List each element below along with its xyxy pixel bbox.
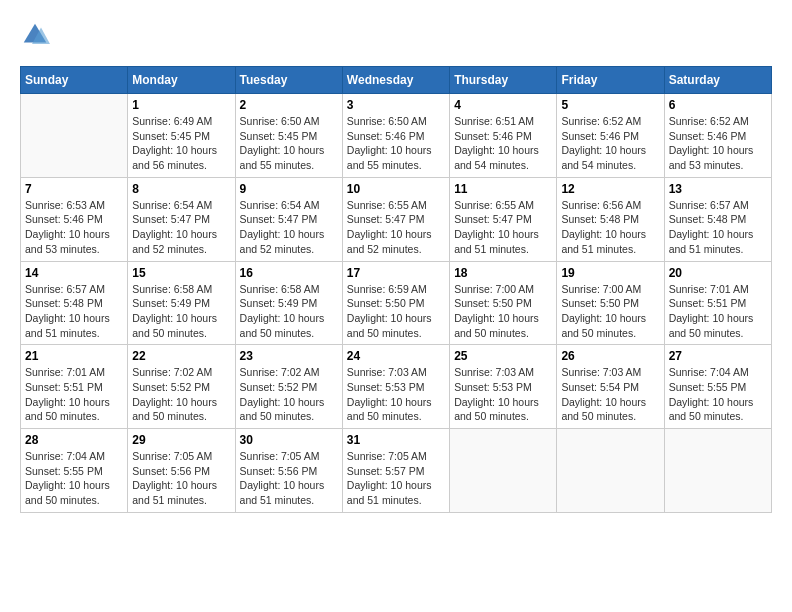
- day-number: 6: [669, 98, 767, 112]
- day-header-saturday: Saturday: [664, 67, 771, 94]
- day-number: 5: [561, 98, 659, 112]
- day-number: 23: [240, 349, 338, 363]
- calendar-cell: 15Sunrise: 6:58 AM Sunset: 5:49 PM Dayli…: [128, 261, 235, 345]
- day-number: 22: [132, 349, 230, 363]
- day-number: 1: [132, 98, 230, 112]
- day-number: 7: [25, 182, 123, 196]
- day-info: Sunrise: 7:03 AM Sunset: 5:53 PM Dayligh…: [454, 365, 552, 424]
- day-info: Sunrise: 6:55 AM Sunset: 5:47 PM Dayligh…: [347, 198, 445, 257]
- day-number: 20: [669, 266, 767, 280]
- day-number: 24: [347, 349, 445, 363]
- day-info: Sunrise: 7:00 AM Sunset: 5:50 PM Dayligh…: [454, 282, 552, 341]
- day-info: Sunrise: 7:05 AM Sunset: 5:57 PM Dayligh…: [347, 449, 445, 508]
- day-header-sunday: Sunday: [21, 67, 128, 94]
- day-info: Sunrise: 6:55 AM Sunset: 5:47 PM Dayligh…: [454, 198, 552, 257]
- day-info: Sunrise: 7:05 AM Sunset: 5:56 PM Dayligh…: [240, 449, 338, 508]
- day-info: Sunrise: 6:49 AM Sunset: 5:45 PM Dayligh…: [132, 114, 230, 173]
- day-info: Sunrise: 6:52 AM Sunset: 5:46 PM Dayligh…: [669, 114, 767, 173]
- calendar-cell: 14Sunrise: 6:57 AM Sunset: 5:48 PM Dayli…: [21, 261, 128, 345]
- day-info: Sunrise: 6:56 AM Sunset: 5:48 PM Dayligh…: [561, 198, 659, 257]
- day-number: 13: [669, 182, 767, 196]
- day-number: 26: [561, 349, 659, 363]
- day-info: Sunrise: 6:50 AM Sunset: 5:45 PM Dayligh…: [240, 114, 338, 173]
- day-number: 16: [240, 266, 338, 280]
- day-info: Sunrise: 6:58 AM Sunset: 5:49 PM Dayligh…: [132, 282, 230, 341]
- calendar-cell: 21Sunrise: 7:01 AM Sunset: 5:51 PM Dayli…: [21, 345, 128, 429]
- calendar-cell: 4Sunrise: 6:51 AM Sunset: 5:46 PM Daylig…: [450, 94, 557, 178]
- calendar-cell: 11Sunrise: 6:55 AM Sunset: 5:47 PM Dayli…: [450, 177, 557, 261]
- day-number: 10: [347, 182, 445, 196]
- day-header-friday: Friday: [557, 67, 664, 94]
- calendar-cell: 31Sunrise: 7:05 AM Sunset: 5:57 PM Dayli…: [342, 429, 449, 513]
- calendar-cell: 26Sunrise: 7:03 AM Sunset: 5:54 PM Dayli…: [557, 345, 664, 429]
- logo-icon: [20, 20, 50, 50]
- day-info: Sunrise: 7:01 AM Sunset: 5:51 PM Dayligh…: [25, 365, 123, 424]
- day-info: Sunrise: 6:57 AM Sunset: 5:48 PM Dayligh…: [25, 282, 123, 341]
- calendar-cell: 25Sunrise: 7:03 AM Sunset: 5:53 PM Dayli…: [450, 345, 557, 429]
- calendar-cell: 16Sunrise: 6:58 AM Sunset: 5:49 PM Dayli…: [235, 261, 342, 345]
- calendar-cell: 13Sunrise: 6:57 AM Sunset: 5:48 PM Dayli…: [664, 177, 771, 261]
- calendar-cell: 24Sunrise: 7:03 AM Sunset: 5:53 PM Dayli…: [342, 345, 449, 429]
- day-info: Sunrise: 7:04 AM Sunset: 5:55 PM Dayligh…: [669, 365, 767, 424]
- day-info: Sunrise: 6:57 AM Sunset: 5:48 PM Dayligh…: [669, 198, 767, 257]
- day-number: 21: [25, 349, 123, 363]
- day-info: Sunrise: 7:03 AM Sunset: 5:54 PM Dayligh…: [561, 365, 659, 424]
- day-number: 30: [240, 433, 338, 447]
- calendar-cell: 22Sunrise: 7:02 AM Sunset: 5:52 PM Dayli…: [128, 345, 235, 429]
- calendar-cell: [664, 429, 771, 513]
- day-info: Sunrise: 7:02 AM Sunset: 5:52 PM Dayligh…: [132, 365, 230, 424]
- day-number: 25: [454, 349, 552, 363]
- page-header: [20, 20, 772, 50]
- day-number: 29: [132, 433, 230, 447]
- day-info: Sunrise: 6:52 AM Sunset: 5:46 PM Dayligh…: [561, 114, 659, 173]
- day-number: 12: [561, 182, 659, 196]
- day-info: Sunrise: 6:50 AM Sunset: 5:46 PM Dayligh…: [347, 114, 445, 173]
- day-number: 14: [25, 266, 123, 280]
- day-number: 3: [347, 98, 445, 112]
- day-number: 18: [454, 266, 552, 280]
- day-info: Sunrise: 6:53 AM Sunset: 5:46 PM Dayligh…: [25, 198, 123, 257]
- day-number: 8: [132, 182, 230, 196]
- day-info: Sunrise: 6:51 AM Sunset: 5:46 PM Dayligh…: [454, 114, 552, 173]
- calendar-cell: 3Sunrise: 6:50 AM Sunset: 5:46 PM Daylig…: [342, 94, 449, 178]
- day-number: 17: [347, 266, 445, 280]
- day-header-thursday: Thursday: [450, 67, 557, 94]
- calendar-cell: 7Sunrise: 6:53 AM Sunset: 5:46 PM Daylig…: [21, 177, 128, 261]
- calendar-cell: 23Sunrise: 7:02 AM Sunset: 5:52 PM Dayli…: [235, 345, 342, 429]
- logo: [20, 20, 52, 50]
- day-info: Sunrise: 6:58 AM Sunset: 5:49 PM Dayligh…: [240, 282, 338, 341]
- calendar-cell: 28Sunrise: 7:04 AM Sunset: 5:55 PM Dayli…: [21, 429, 128, 513]
- calendar-cell: 29Sunrise: 7:05 AM Sunset: 5:56 PM Dayli…: [128, 429, 235, 513]
- calendar-cell: 19Sunrise: 7:00 AM Sunset: 5:50 PM Dayli…: [557, 261, 664, 345]
- calendar-cell: 8Sunrise: 6:54 AM Sunset: 5:47 PM Daylig…: [128, 177, 235, 261]
- calendar-cell: 2Sunrise: 6:50 AM Sunset: 5:45 PM Daylig…: [235, 94, 342, 178]
- calendar-cell: 9Sunrise: 6:54 AM Sunset: 5:47 PM Daylig…: [235, 177, 342, 261]
- day-number: 15: [132, 266, 230, 280]
- day-header-monday: Monday: [128, 67, 235, 94]
- calendar-table: SundayMondayTuesdayWednesdayThursdayFrid…: [20, 66, 772, 513]
- calendar-cell: 18Sunrise: 7:00 AM Sunset: 5:50 PM Dayli…: [450, 261, 557, 345]
- day-header-wednesday: Wednesday: [342, 67, 449, 94]
- day-number: 2: [240, 98, 338, 112]
- day-header-tuesday: Tuesday: [235, 67, 342, 94]
- calendar-cell: [21, 94, 128, 178]
- day-info: Sunrise: 6:54 AM Sunset: 5:47 PM Dayligh…: [132, 198, 230, 257]
- day-number: 9: [240, 182, 338, 196]
- day-info: Sunrise: 7:04 AM Sunset: 5:55 PM Dayligh…: [25, 449, 123, 508]
- calendar-cell: [450, 429, 557, 513]
- day-info: Sunrise: 6:54 AM Sunset: 5:47 PM Dayligh…: [240, 198, 338, 257]
- calendar-cell: 20Sunrise: 7:01 AM Sunset: 5:51 PM Dayli…: [664, 261, 771, 345]
- day-info: Sunrise: 7:03 AM Sunset: 5:53 PM Dayligh…: [347, 365, 445, 424]
- day-info: Sunrise: 7:05 AM Sunset: 5:56 PM Dayligh…: [132, 449, 230, 508]
- calendar-cell: 6Sunrise: 6:52 AM Sunset: 5:46 PM Daylig…: [664, 94, 771, 178]
- calendar-cell: 17Sunrise: 6:59 AM Sunset: 5:50 PM Dayli…: [342, 261, 449, 345]
- day-number: 19: [561, 266, 659, 280]
- day-number: 28: [25, 433, 123, 447]
- day-number: 11: [454, 182, 552, 196]
- calendar-cell: 12Sunrise: 6:56 AM Sunset: 5:48 PM Dayli…: [557, 177, 664, 261]
- calendar-cell: 10Sunrise: 6:55 AM Sunset: 5:47 PM Dayli…: [342, 177, 449, 261]
- calendar-cell: 5Sunrise: 6:52 AM Sunset: 5:46 PM Daylig…: [557, 94, 664, 178]
- calendar-cell: 27Sunrise: 7:04 AM Sunset: 5:55 PM Dayli…: [664, 345, 771, 429]
- calendar-cell: 1Sunrise: 6:49 AM Sunset: 5:45 PM Daylig…: [128, 94, 235, 178]
- calendar-cell: 30Sunrise: 7:05 AM Sunset: 5:56 PM Dayli…: [235, 429, 342, 513]
